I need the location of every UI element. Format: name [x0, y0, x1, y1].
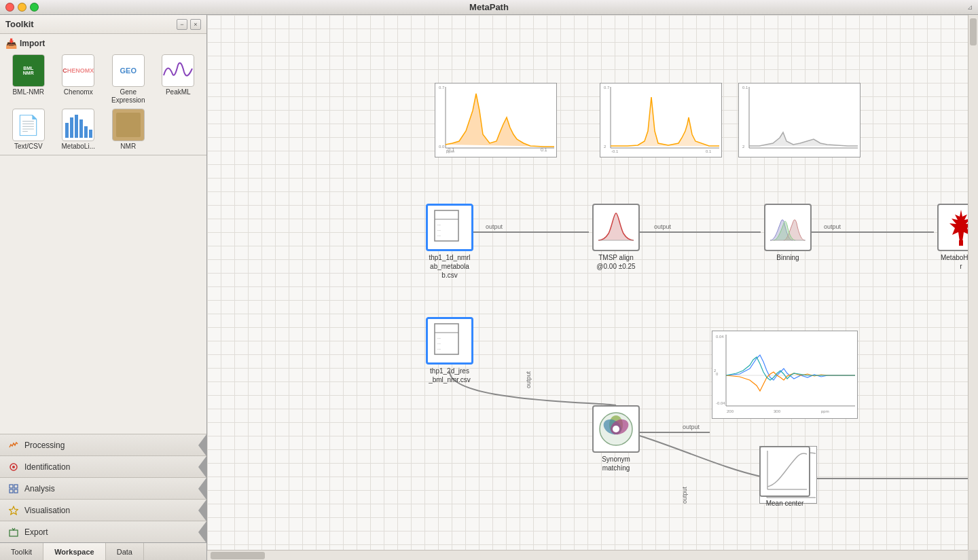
scrollbar-corner — [968, 550, 978, 560]
svg-point-7 — [12, 466, 15, 468]
import-item-textcsv[interactable]: 📄 Text/CSV — [5, 109, 52, 151]
sidebar-item-identification[interactable]: Identification — [0, 455, 206, 477]
node-tmsp-align[interactable]: TMSP align@0.00 ±0.25 — [592, 204, 640, 271]
svg-text:ppm: ppm — [821, 409, 829, 413]
close-button[interactable] — [5, 3, 14, 12]
svg-rect-10 — [10, 489, 13, 493]
svg-text:0.04: 0.04 — [716, 335, 724, 339]
node-box-thp1-2d: ... ... ... — [426, 317, 473, 365]
import-item-nmr[interactable]: NMR — [105, 109, 151, 151]
scrollbar-horizontal[interactable] — [207, 550, 968, 560]
svg-rect-5 — [89, 130, 92, 138]
sidebar-item-export[interactable]: Export — [0, 521, 206, 542]
toolkit-title: Toolkit — [5, 19, 34, 29]
toolkit-panel: Toolkit − × 📥 Import BMLNMR BML-NMR — [0, 15, 207, 560]
workspace-canvas[interactable]: output output output output output outpu… — [207, 15, 978, 560]
import-section: 📥 Import BMLNMR BML-NMR CHENOMX Chenomx — [0, 34, 206, 155]
node-label-thp1-2d: thp1_2d_jres_bml_nmr.csv — [429, 367, 471, 384]
svg-rect-8 — [10, 485, 13, 488]
tab-toolkit[interactable]: Toolkit — [0, 543, 43, 560]
identification-label: Identification — [24, 462, 70, 472]
geo-icon: GEO — [112, 54, 145, 87]
scrollbar-h-thumb[interactable] — [211, 552, 265, 559]
svg-text:output: output — [681, 486, 688, 504]
svg-rect-79 — [959, 240, 963, 246]
tab-data[interactable]: Data — [106, 543, 144, 560]
node-thp1-2d[interactable]: ... ... ... thp1_2d_jres_bml_nmr.csv — [426, 317, 473, 384]
title-bar: MetaPath ⊿ — [0, 0, 978, 15]
nav-items: Processing Identification — [0, 434, 206, 542]
node-mean-center-bottom[interactable]: Mean center — [759, 446, 810, 508]
svg-rect-9 — [14, 485, 18, 488]
svg-text:...: ... — [437, 233, 441, 237]
sidebar-nav: Processing Identification — [0, 155, 206, 542]
node-label-thp1-1d: thp1_1d_nmrlab_metabolab.csv — [429, 253, 470, 280]
chart-spectrum-3[interactable]: 0.1 2 — [738, 83, 861, 157]
bottom-tabs: Toolkit Workspace Data — [0, 542, 206, 560]
import-icon: 📥 — [5, 38, 17, 49]
tab-workspace[interactable]: Workspace — [43, 543, 106, 560]
export-arrow — [198, 521, 206, 543]
svg-rect-2 — [75, 115, 78, 138]
svg-rect-1 — [70, 117, 73, 138]
import-label: 📥 Import — [5, 38, 201, 49]
svg-text:300: 300 — [774, 409, 781, 413]
svg-text:output: output — [824, 223, 841, 230]
node-thp1-1d[interactable]: ... ... ... thp1_1d_nmrlab_metabolab.csv — [426, 204, 473, 280]
svg-rect-13 — [10, 530, 18, 536]
connections-svg: output output output output output outpu… — [207, 15, 978, 560]
close-panel-button[interactable]: × — [190, 19, 201, 30]
svg-text:output: output — [683, 424, 700, 430]
svg-rect-11 — [14, 489, 18, 493]
visualisation-arrow — [198, 500, 206, 521]
node-box-thp1-1d: ... ... ... — [426, 204, 473, 251]
svg-text:0.1: 0.1 — [541, 147, 547, 152]
svg-marker-12 — [10, 506, 18, 515]
scrollbar-vertical[interactable] — [968, 15, 978, 550]
minimize-button[interactable] — [18, 3, 26, 12]
node-binning[interactable]: Binning — [764, 204, 812, 262]
processing-arrow — [198, 434, 206, 456]
svg-text:0.1: 0.1 — [706, 149, 712, 153]
gene-expr-label: Gene Expression — [105, 88, 151, 105]
import-item-peakml[interactable]: PeakML — [156, 54, 202, 105]
sidebar-item-processing[interactable]: Processing — [0, 434, 206, 455]
identification-icon — [8, 462, 19, 472]
maximize-button[interactable] — [30, 3, 39, 12]
visualisation-label: Visualisation — [24, 506, 70, 515]
chart-spectrum-1[interactable]: -0.1 0.1 ppm 0.7 0.0 — [435, 83, 557, 157]
chart-spectrum-2[interactable]: 0.7 2 -0.1 0.1 — [600, 83, 722, 157]
chart-multiline[interactable]: 200 300 ppm 0.04 0 -0.04 2 — [712, 331, 858, 419]
svg-rect-4 — [84, 126, 88, 138]
svg-rect-3 — [79, 119, 83, 138]
svg-text:...: ... — [437, 222, 441, 226]
import-grid: BMLNMR BML-NMR CHENOMX Chenomx GEO Ge — [5, 54, 201, 151]
metaboli-icon — [62, 109, 94, 141]
scrollbar-v-thumb[interactable] — [970, 18, 977, 45]
import-item-bml-nmr[interactable]: BMLNMR BML-NMR — [5, 54, 52, 105]
sidebar-item-analysis[interactable]: Analysis — [0, 477, 206, 499]
peakml-icon — [162, 54, 194, 87]
nmr-icon — [112, 109, 145, 141]
svg-text:0.7: 0.7 — [439, 86, 445, 90]
import-item-gene-expr[interactable]: GEO Gene Expression — [105, 54, 151, 105]
textcsv-label: Text/CSV — [14, 143, 43, 151]
node-label-synonym: Synonymmatching — [602, 455, 630, 472]
export-label: Export — [24, 527, 48, 537]
node-box-synonym — [592, 405, 640, 453]
node-synonym-matching[interactable]: Synonymmatching — [592, 405, 640, 472]
svg-text:-0.1: -0.1 — [611, 149, 619, 153]
node-box-tmsp — [592, 204, 640, 251]
svg-text:output: output — [525, 371, 532, 388]
window-title: MetaPath — [469, 2, 509, 12]
window-controls[interactable] — [5, 3, 39, 12]
minimize-panel-button[interactable]: − — [177, 19, 187, 30]
node-label-mean-center-bottom: Mean center — [766, 499, 804, 508]
bml-nmr-icon: BMLNMR — [12, 54, 45, 87]
svg-point-90 — [613, 426, 619, 432]
sidebar-item-visualisation[interactable]: Visualisation — [0, 499, 206, 521]
import-item-chenomx[interactable]: CHENOMX Chenomx — [56, 54, 102, 105]
resize-icon: ⊿ — [967, 3, 973, 11]
svg-text:0.7: 0.7 — [604, 86, 610, 90]
import-item-metaboli[interactable]: MetaboLi... — [56, 109, 102, 151]
